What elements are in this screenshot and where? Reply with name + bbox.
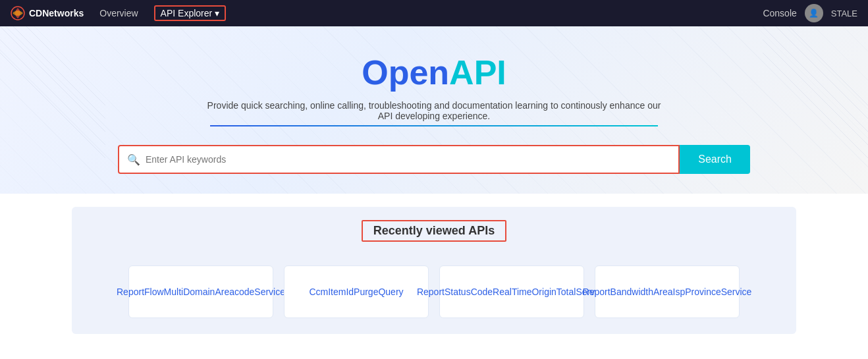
recently-viewed-section: Recently viewed APIs ReportFlowMultiDoma… [72, 207, 796, 334]
username-display: STALE [831, 9, 857, 18]
recently-viewed-title: Recently viewed APIs [362, 220, 506, 242]
logo-text: CDNetworks [29, 8, 84, 18]
recently-viewed-wrapper: Recently viewed APIs ReportFlowMultiDoma… [0, 207, 868, 359]
svg-line-6 [763, 26, 868, 171]
hero-title-open: Open [362, 53, 449, 92]
recently-viewed-header: Recently viewed APIs [88, 220, 780, 255]
cdnetworks-logo-icon [11, 6, 25, 20]
avatar-icon: 👤 [809, 9, 819, 18]
search-icon: 🔍 [127, 153, 140, 166]
svg-line-7 [763, 26, 868, 171]
search-input[interactable] [146, 154, 670, 165]
api-explorer-nav-item[interactable]: API Explorer ▾ [154, 5, 227, 21]
console-link[interactable]: Console [763, 8, 796, 18]
svg-line-2 [0, 26, 105, 171]
api-card-text: ReportStatusCodeRealTimeOriginTotalServi… [417, 285, 607, 299]
overview-link[interactable]: Overview [99, 8, 138, 18]
api-card-text: ReportBandwidthAreaIspProvinceService [583, 285, 752, 299]
api-card[interactable]: ReportBandwidthAreaIspProvinceService [595, 265, 740, 318]
api-card[interactable]: ReportFlowMultiDomainAreacodeService [128, 265, 273, 318]
avatar[interactable]: 👤 [805, 4, 823, 22]
api-card[interactable]: ReportStatusCodeRealTimeOriginTotalServi… [439, 265, 584, 318]
hero-subtitle-underline [210, 125, 658, 126]
hero-section: OpenAPI Provide quick searching, online … [0, 26, 868, 194]
api-cards-container: ReportFlowMultiDomainAreacodeServiceCcmI… [88, 265, 780, 318]
svg-line-10 [789, 26, 868, 171]
api-card[interactable]: CcmItemIdPurgeQuery [284, 265, 429, 318]
svg-line-5 [26, 26, 105, 171]
svg-line-3 [0, 26, 105, 171]
api-card-text: CcmItemIdPurgeQuery [309, 285, 403, 299]
api-card-text: ReportFlowMultiDomainAreacodeService [117, 285, 285, 299]
nav-right-section: Console 👤 STALE [763, 4, 857, 22]
svg-line-8 [763, 26, 868, 171]
search-input-wrapper: 🔍 [118, 145, 680, 174]
search-bar: 🔍 Search [105, 145, 763, 174]
navigation: CDNetworks Overview API Explorer ▾ Conso… [0, 0, 868, 26]
hero-deco-right [763, 26, 868, 171]
hero-title-api: API [449, 53, 506, 92]
api-explorer-label: API Explorer [161, 8, 213, 18]
hero-deco-left [0, 26, 105, 171]
hero-subtitle: Provide quick searching, online calling,… [203, 100, 665, 121]
svg-line-1 [0, 26, 105, 171]
logo[interactable]: CDNetworks [11, 6, 84, 20]
hero-title: OpenAPI [0, 53, 868, 92]
api-explorer-chevron-icon: ▾ [215, 8, 219, 18]
search-button[interactable]: Search [680, 145, 750, 174]
